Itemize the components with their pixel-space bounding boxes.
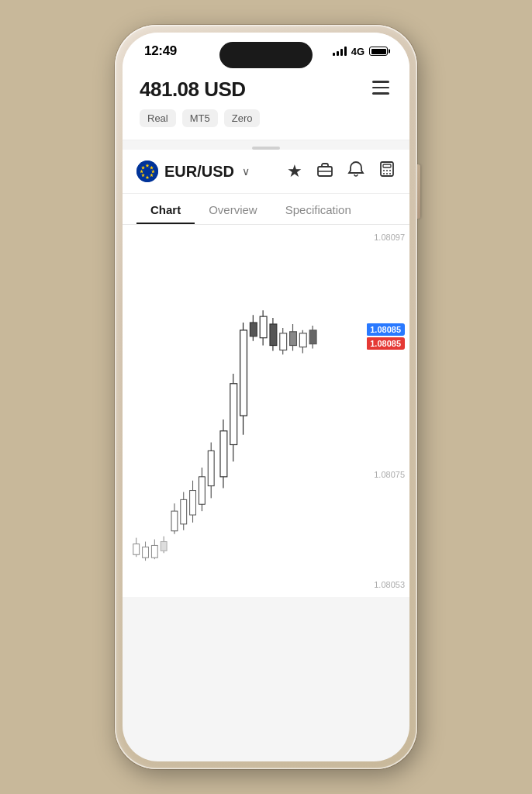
svg-rect-57 xyxy=(309,330,316,344)
calculator-icon[interactable] xyxy=(378,161,396,182)
account-tags: Real MT5 Zero xyxy=(140,109,392,127)
svg-rect-35 xyxy=(199,477,205,504)
svg-point-18 xyxy=(389,173,391,174)
menu-line-1 xyxy=(372,81,389,83)
chevron-down-icon[interactable]: ∨ xyxy=(242,165,250,178)
instrument-header: EUR/USD ∨ ★ xyxy=(123,150,409,194)
svg-rect-33 xyxy=(190,491,196,516)
price-label-3: 1.08053 xyxy=(374,580,405,589)
account-tag-mt5[interactable]: MT5 xyxy=(182,109,218,127)
phone-screen: 12:49 4G 481.08 USD xyxy=(123,33,409,761)
network-label: 4G xyxy=(351,46,364,57)
svg-rect-43 xyxy=(240,330,247,416)
svg-rect-37 xyxy=(208,451,214,485)
tab-specification[interactable]: Specification xyxy=(271,194,365,224)
dynamic-island xyxy=(219,42,313,68)
price-label-2: 1.08075 xyxy=(374,470,405,479)
instrument-actions: ★ xyxy=(287,161,396,182)
svg-rect-39 xyxy=(220,431,227,477)
svg-rect-47 xyxy=(260,316,267,338)
svg-rect-55 xyxy=(299,333,306,347)
svg-rect-53 xyxy=(290,332,297,346)
menu-line-2 xyxy=(372,87,389,89)
battery-icon xyxy=(369,47,388,56)
candlestick-chart xyxy=(123,225,367,592)
svg-rect-27 xyxy=(161,542,167,551)
svg-rect-29 xyxy=(171,511,178,531)
bell-icon[interactable] xyxy=(347,161,364,182)
phone-frame: 12:49 4G 481.08 USD xyxy=(115,25,417,769)
instrument-left[interactable]: EUR/USD ∨ xyxy=(136,161,250,182)
menu-button[interactable] xyxy=(369,78,392,98)
ask-price-badge: 1.08085 xyxy=(366,337,405,350)
signal-icon xyxy=(333,47,347,56)
svg-rect-21 xyxy=(133,544,140,554)
svg-rect-31 xyxy=(181,499,187,524)
star-icon[interactable]: ★ xyxy=(287,161,302,181)
eu-flag-icon xyxy=(136,161,158,182)
svg-rect-51 xyxy=(280,333,287,350)
tab-chart[interactable]: Chart xyxy=(136,194,195,224)
svg-rect-23 xyxy=(143,547,149,558)
svg-point-15 xyxy=(389,170,391,171)
account-tag-zero[interactable]: Zero xyxy=(224,109,261,127)
account-header: 481.08 USD xyxy=(140,78,392,102)
svg-rect-25 xyxy=(151,545,157,558)
svg-point-14 xyxy=(386,170,388,171)
menu-line-3 xyxy=(372,92,389,95)
chart-container: 1.08097 1.08075 1.08053 1.08085 1.08085 xyxy=(123,225,409,597)
svg-rect-41 xyxy=(230,384,237,445)
svg-rect-12 xyxy=(383,164,391,167)
briefcase-icon[interactable] xyxy=(316,161,333,182)
tab-overview[interactable]: Overview xyxy=(195,194,271,224)
status-icons: 4G xyxy=(333,46,388,57)
account-balance: 481.08 USD xyxy=(140,78,246,102)
svg-point-17 xyxy=(386,173,388,174)
svg-point-16 xyxy=(383,173,385,174)
status-time: 12:49 xyxy=(144,43,177,59)
price-labels: 1.08097 1.08075 1.08053 xyxy=(374,225,405,597)
battery-fill xyxy=(371,49,386,54)
svg-rect-49 xyxy=(270,324,277,346)
price-label-1: 1.08097 xyxy=(374,233,405,242)
tabs-row: Chart Overview Specification xyxy=(123,194,409,225)
bid-price-badge: 1.08085 xyxy=(366,323,405,336)
svg-rect-45 xyxy=(250,323,257,337)
account-tag-real[interactable]: Real xyxy=(140,109,176,127)
instrument-name: EUR/USD xyxy=(164,163,234,181)
svg-point-13 xyxy=(383,170,385,171)
account-card: 481.08 USD Real MT5 Zero xyxy=(123,65,409,140)
